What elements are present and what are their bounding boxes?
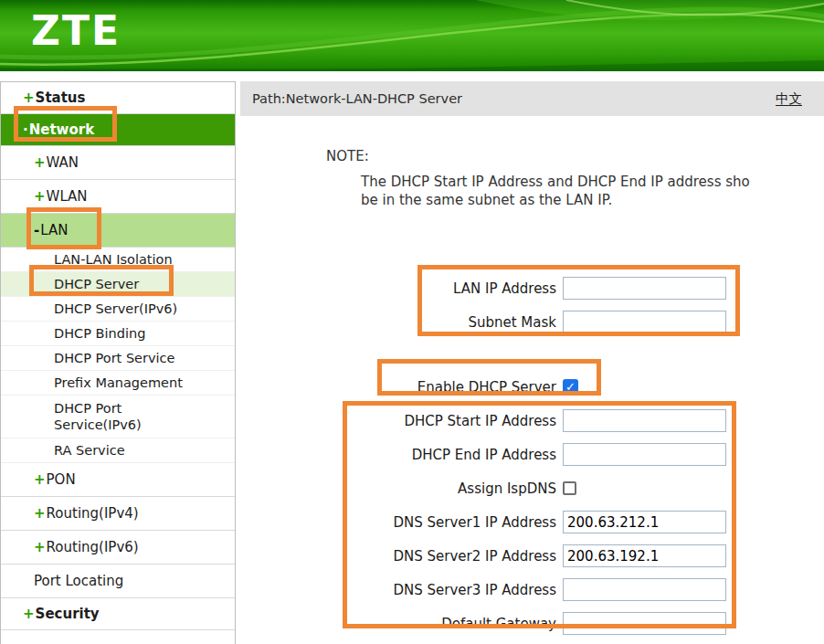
sidebar-item-lan-lan-isolation[interactable]: LAN-LAN Isolation (1, 248, 235, 272)
expand-plus-icon: + (34, 154, 46, 171)
enable-dhcp-label: Enable DHCP Server (240, 379, 563, 396)
sidebar-item-dhcp-binding[interactable]: DHCP Binding (1, 322, 235, 346)
sidebar-item-prefix-management[interactable]: Prefix Management (1, 371, 235, 396)
dns-server2-input[interactable] (563, 544, 726, 567)
note-heading: NOTE: (326, 148, 824, 164)
sidebar-item-wan[interactable]: +WAN (1, 146, 235, 180)
default-gateway-input[interactable] (563, 612, 726, 635)
dns-server3-input[interactable] (563, 578, 726, 601)
sidebar-item-label: Network (29, 121, 94, 138)
sidebar-item-dhcp-port-service-ipv6[interactable]: DHCP Port Service(IPv6) (1, 396, 235, 438)
sidebar-item-status[interactable]: +Status (1, 82, 235, 114)
assign-ispdns-label: Assign IspDNS (240, 480, 563, 497)
sidebar-item-dhcp-port-service[interactable]: DHCP Port Service (1, 346, 235, 371)
sidebar-item-routing-ipv6[interactable]: +Routing(IPv6) (1, 531, 235, 565)
dns-server1-label: DNS Server1 IP Address (240, 514, 563, 531)
note-line: be in the same subnet as the LAN IP. (361, 192, 824, 210)
sidebar-item-label: PON (47, 471, 76, 488)
sidebar-nav: +Status ·Network +WAN +WLAN -LAN LAN-LAN… (0, 81, 236, 644)
sidebar-item-label: DHCP Binding (54, 326, 145, 341)
header-banner: ZTE (0, 0, 824, 71)
lan-ip-input[interactable] (563, 277, 726, 300)
breadcrumb-bar: Path:Network-LAN-DHCP Server 中文 (240, 81, 824, 116)
router-admin-page: ZTE +Status ·Network +WAN +WLAN -LAN LAN… (0, 0, 824, 644)
note-line: The DHCP Start IP Address and DHCP End I… (361, 174, 824, 192)
main-content: Path:Network-LAN-DHCP Server 中文 NOTE: Th… (240, 81, 824, 644)
sidebar-item-ra-service[interactable]: RA Service (1, 438, 235, 463)
sidebar-item-label: LAN (40, 222, 68, 238)
dhcp-form: LAN IP Address Subnet Mask Enable DHCP S… (240, 277, 824, 635)
sidebar-item-label: LAN-LAN Isolation (54, 252, 173, 267)
enable-dhcp-checkbox[interactable] (563, 379, 578, 395)
zte-logo: ZTE (31, 7, 121, 54)
sidebar-item-security[interactable]: +Security (1, 598, 235, 630)
sidebar-item-label: Port Locating (34, 573, 123, 589)
subnet-mask-label: Subnet Mask (240, 314, 563, 331)
dhcp-end-label: DHCP End IP Address (240, 447, 563, 463)
dhcp-start-input[interactable] (563, 409, 726, 432)
sidebar-item-label: Prefix Management (54, 375, 183, 390)
sidebar-item-label: DHCP Port Service(IPv6) (54, 400, 162, 433)
sidebar-item-lan[interactable]: -LAN (1, 214, 235, 248)
sidebar-item-port-locating[interactable]: Port Locating (1, 565, 235, 598)
expanded-dot-icon: · (23, 121, 28, 138)
note-block: NOTE: The DHCP Start IP Address and DHCP… (326, 148, 824, 209)
expand-plus-icon: + (23, 606, 35, 622)
dhcp-end-input[interactable] (563, 443, 726, 466)
expand-plus-icon: + (34, 471, 46, 488)
sidebar-item-label: Security (36, 606, 100, 622)
default-gateway-label: Default Gateway (240, 616, 563, 632)
language-switch-link[interactable]: 中文 (776, 90, 802, 108)
expand-plus-icon: + (23, 90, 35, 106)
sidebar-item-label: Status (36, 90, 86, 106)
dns-server2-label: DNS Server2 IP Address (240, 548, 563, 565)
sidebar-item-label: Routing(IPv6) (47, 539, 139, 555)
banner-wave-decoration (0, 0, 824, 71)
sidebar-item-label: RA Service (54, 443, 125, 458)
expand-plus-icon: + (34, 505, 46, 522)
sidebar-item-label: DHCP Server(IPv6) (54, 301, 177, 316)
expand-plus-icon: + (34, 539, 46, 555)
sidebar-item-dhcp-server-ipv6[interactable]: DHCP Server(IPv6) (1, 297, 235, 322)
breadcrumb: Path:Network-LAN-DHCP Server (252, 91, 462, 106)
sidebar-item-wlan[interactable]: +WLAN (1, 180, 235, 214)
sidebar-item-label: DHCP Server (54, 277, 139, 291)
assign-ispdns-checkbox[interactable] (563, 481, 576, 495)
sidebar-item-network[interactable]: ·Network (1, 114, 235, 146)
sidebar-item-dhcp-server[interactable]: DHCP Server (1, 272, 235, 297)
lan-ip-label: LAN IP Address (240, 280, 563, 297)
expand-plus-icon: + (34, 188, 46, 205)
sidebar-item-label: Routing(IPv4) (47, 505, 139, 522)
sidebar-item-pon[interactable]: +PON (1, 463, 235, 497)
collapse-minus-icon: - (34, 222, 39, 238)
dhcp-start-label: DHCP Start IP Address (240, 413, 563, 429)
sidebar-item-label: WLAN (47, 188, 88, 205)
sidebar-item-label: DHCP Port Service (54, 351, 175, 365)
dns-server3-label: DNS Server3 IP Address (240, 582, 563, 598)
dns-server1-input[interactable] (563, 511, 726, 533)
sidebar-item-routing-ipv4[interactable]: +Routing(IPv4) (1, 497, 235, 531)
subnet-mask-input[interactable] (563, 311, 726, 333)
sidebar-item-label: WAN (47, 154, 79, 171)
